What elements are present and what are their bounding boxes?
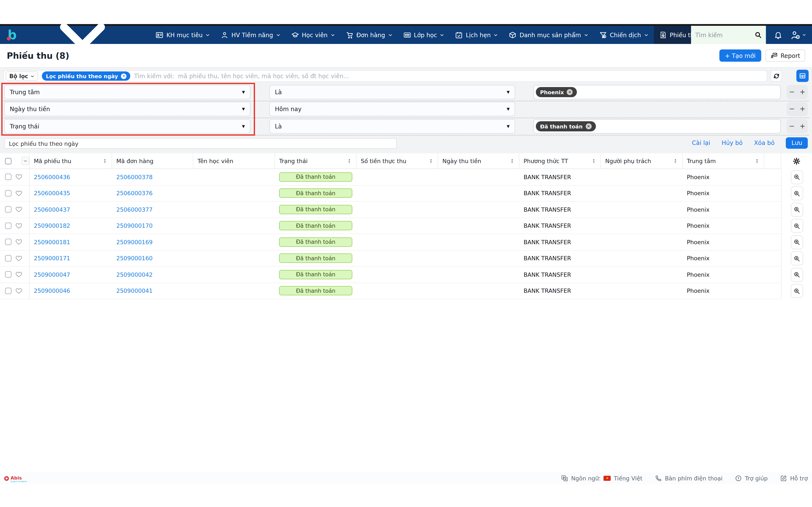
row-checkbox[interactable] [5,190,11,196]
nav-item-don-hang[interactable]: Đơn hàng [340,26,398,44]
table-row[interactable]: 2506000437 2506000377 Đã thanh toán BANK… [0,202,812,218]
receipt-id-link[interactable]: 2509000181 [34,239,70,245]
remove-condition-button[interactable]: − [789,89,795,96]
table-search-input[interactable] [134,73,765,79]
global-search-input[interactable] [695,32,755,38]
filter-operator-select-3[interactable]: Là ▼ [269,119,515,133]
table-row[interactable]: 2509000047 2509000042 Đã thanh toán BANK… [0,267,812,283]
order-id-link[interactable]: 2506000376 [116,190,153,197]
remove-condition-button[interactable]: − [789,123,795,130]
add-condition-button[interactable]: + [800,123,805,130]
heart-icon[interactable] [15,173,22,181]
sort-icon[interactable] [428,158,434,164]
heart-icon[interactable] [15,222,22,229]
heart-icon[interactable] [15,238,22,246]
table-row[interactable]: 2506000436 2506000378 Đã thanh toán BANK… [0,169,812,185]
sort-icon[interactable] [591,158,596,164]
notifications-button[interactable] [766,26,791,44]
delete-link[interactable]: Xóa bỏ [754,139,774,146]
add-condition-button[interactable]: + [800,106,805,112]
select-menu-button[interactable] [21,157,29,165]
row-detail-button[interactable] [791,284,803,298]
cancel-link[interactable]: Hủy bỏ [721,139,743,146]
account-menu-button[interactable] [791,26,812,44]
nav-item-danh-muc-san-pham[interactable]: Danh mục sản phẩm [504,26,594,44]
row-checkbox[interactable] [5,239,11,245]
filter-field-select-1[interactable]: Trung tâm ▼ [4,85,250,99]
row-detail-button[interactable] [791,203,803,217]
receipt-id-link[interactable]: 2506000436 [34,174,70,180]
heart-icon[interactable] [15,271,22,278]
language-selector[interactable]: Ngôn ngữ: ★ Tiếng Việt [561,475,643,482]
nav-item-lop-hoc[interactable]: Lớp học [398,26,450,44]
column-header-amount[interactable]: Số tiền thực thu [357,153,438,169]
table-row[interactable]: 2506000435 2506000376 Đã thanh toán BANK… [0,185,812,202]
help-link[interactable]: Trợ giúp [735,475,768,482]
add-condition-button[interactable]: + [800,89,805,96]
remove-condition-button[interactable]: − [789,106,795,112]
filter-field-select-2[interactable]: Ngày thu tiền ▼ [4,102,250,116]
sort-icon[interactable] [673,158,678,164]
footer-brand-logo[interactable]: Abis English Academy [4,474,27,483]
row-checkbox[interactable] [5,255,11,262]
active-filter-chip[interactable]: Lọc phiếu thu theo ngày ✕ [42,71,130,81]
brand-logo[interactable]: b [3,26,150,44]
column-header-student-name[interactable]: Tên học viên [193,153,275,169]
close-icon[interactable]: ✕ [567,89,573,95]
row-checkbox[interactable] [5,272,11,278]
filter-value-input-3[interactable]: Đã thanh toán ✕ [533,119,781,133]
filter-operator-select-2[interactable]: Hôm nay ▼ [269,102,515,116]
row-checkbox[interactable] [5,288,11,294]
nav-item-hoc-vien[interactable]: Học viên [286,26,340,44]
column-header-status[interactable]: Trạng thái [275,153,357,169]
filter-name-input[interactable] [4,138,397,149]
table-row[interactable]: 2509000181 2509000169 Đã thanh toán BANK… [0,234,812,250]
nav-item-hv-tiem-nang[interactable]: HV Tiềm năng [215,26,286,44]
column-header-center[interactable]: Trung tâm [682,153,764,169]
filter-dropdown-button[interactable]: Bộ lọc [5,71,38,81]
nav-item-lich-hen[interactable]: Lịch hẹn [450,26,504,44]
row-detail-button[interactable] [791,186,803,201]
order-id-link[interactable]: 2509000169 [116,239,153,245]
row-checkbox[interactable] [5,223,11,229]
column-header-payment-method[interactable]: Phương thức TT [519,153,601,169]
receipt-id-link[interactable]: 2509000046 [34,287,70,294]
gear-icon[interactable] [793,157,801,165]
receipt-id-link[interactable]: 2506000435 [34,190,70,197]
table-row[interactable]: 2509000046 2509000041 Đã thanh toán BANK… [0,283,812,299]
column-header-collect-date[interactable]: Ngày thu tiền [438,153,519,169]
table-row[interactable]: 2509000171 2509000160 Đã thanh toán BANK… [0,250,812,267]
row-detail-button[interactable] [791,170,803,184]
create-new-button[interactable]: + Tạo mới [719,49,761,62]
heart-icon[interactable] [15,206,22,213]
receipt-id-link[interactable]: 2509000182 [34,222,70,229]
search-icon[interactable] [755,31,762,39]
sort-icon[interactable] [510,158,515,164]
sort-icon[interactable] [102,158,107,164]
close-icon[interactable]: ✕ [586,123,592,129]
order-id-link[interactable]: 2509000170 [116,222,153,229]
close-icon[interactable]: ✕ [121,73,126,79]
reset-link[interactable]: Cài lại [692,139,710,146]
row-checkbox[interactable] [5,207,11,213]
refresh-button[interactable] [770,70,782,81]
order-id-link[interactable]: 2509000042 [116,271,153,278]
heart-icon[interactable] [15,190,22,197]
order-id-link[interactable]: 2509000160 [116,255,153,262]
row-detail-button[interactable] [791,235,803,249]
filter-operator-select-1[interactable]: Là ▼ [269,85,515,99]
row-detail-button[interactable] [791,251,803,266]
nav-item-kh-muc-tieu[interactable]: KH mục tiêu [150,26,215,44]
row-detail-button[interactable] [791,219,803,233]
heart-icon[interactable] [15,255,22,262]
receipt-id-link[interactable]: 2509000047 [34,271,70,278]
save-button[interactable]: Lưu [786,137,808,149]
heart-icon[interactable] [15,287,22,294]
row-checkbox[interactable] [5,174,11,180]
select-all-checkbox[interactable] [5,158,11,164]
column-header-assignee[interactable]: Người phụ trách [601,153,682,169]
order-id-link[interactable]: 2506000378 [116,174,153,180]
filter-value-input-1[interactable]: Phoenix ✕ [533,85,781,99]
order-id-link[interactable]: 2506000377 [116,206,153,213]
row-detail-button[interactable] [791,268,803,282]
